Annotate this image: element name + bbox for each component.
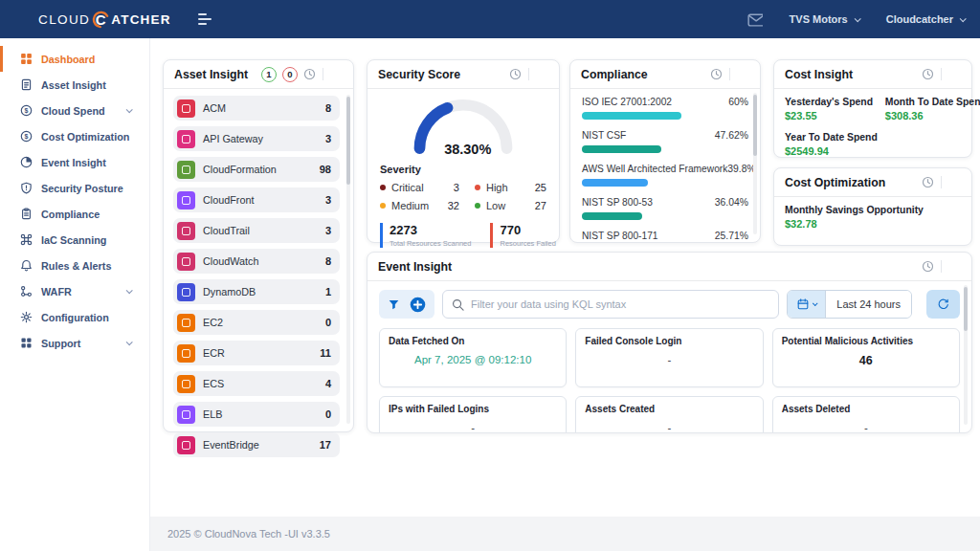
stat-box-ips-with-failed-logins: IPs with Failed Logins- <box>379 396 567 433</box>
drag-handle-icon[interactable] <box>948 260 961 273</box>
refresh-interval-icon[interactable] <box>303 68 316 80</box>
sidebar-item-rules-alerts[interactable]: Rules & Alerts <box>0 253 149 278</box>
severity-high: High25 <box>475 182 546 193</box>
asset-count: 1 <box>325 286 331 298</box>
cloudcatcher-logo[interactable]: CLOUD C ATCHER <box>38 10 171 30</box>
refresh-interval-icon[interactable] <box>710 68 723 80</box>
divider <box>323 68 323 80</box>
asset-fail-badge[interactable]: 0 <box>282 67 298 82</box>
sidebar-item-cloud-spend[interactable]: $Cloud Spend <box>0 98 149 123</box>
tenant-dropdown-label: TVS Motors <box>790 13 848 25</box>
menu-fold-icon[interactable] <box>194 10 215 29</box>
asset-row-ecs[interactable]: ECS4 <box>173 371 340 396</box>
refresh-interval-icon[interactable] <box>509 68 522 80</box>
stat-box-assets-deleted: Assets Deleted- <box>772 396 960 433</box>
service-icon <box>177 253 195 271</box>
sidebar-item-wafr[interactable]: WAFR <box>0 278 149 304</box>
stat-box-potential-malicious-activities: Potential Malicious Activities46 <box>772 328 960 387</box>
footer: 2025 © CloudNova Tech -UI v3.3.5 <box>150 517 980 551</box>
filter-button-group <box>379 290 434 319</box>
asset-row-eventbridge[interactable]: EventBridge17 <box>173 432 340 457</box>
filter-icon[interactable] <box>388 298 400 311</box>
service-icon <box>177 406 195 424</box>
refresh-icon <box>937 298 949 311</box>
framework-name: NIST CSF <box>582 130 626 141</box>
asset-row-acm[interactable]: ACM8 <box>173 96 340 121</box>
service-icon <box>177 222 195 240</box>
sidebar-item-label: WAFR <box>41 286 72 298</box>
gear-icon <box>19 311 33 323</box>
asset-row-cloudtrail[interactable]: CloudTrail3 <box>173 218 340 243</box>
drag-handle-icon[interactable] <box>737 68 749 80</box>
drag-handle-icon[interactable] <box>536 68 548 80</box>
scrollbar[interactable] <box>346 95 350 424</box>
divider <box>368 88 559 89</box>
service-icon <box>177 161 195 179</box>
metric-value: $23.55 <box>785 110 878 121</box>
calendar-dropdown-button[interactable] <box>788 291 826 318</box>
asset-name: API Gateway <box>203 133 263 144</box>
kql-search-input[interactable] <box>471 298 769 310</box>
asset-row-elb[interactable]: ELB0 <box>173 402 340 427</box>
asset-count: 98 <box>320 164 331 175</box>
metric-value: $308.36 <box>885 110 980 121</box>
sidebar-item-cost-optimization[interactable]: $Cost Optimization <box>0 123 149 149</box>
asset-row-api-gateway[interactable]: API Gateway3 <box>173 126 340 151</box>
sidebar-item-event-insight[interactable]: Event Insight <box>0 149 149 175</box>
severity-dot <box>380 185 386 190</box>
severity-dot <box>475 203 480 209</box>
sidebar-item-label: Support <box>41 338 80 349</box>
drag-handle-icon[interactable] <box>330 68 343 80</box>
add-filter-icon[interactable] <box>410 297 426 313</box>
sidebar-item-security-posture[interactable]: Security Posture <box>0 175 149 201</box>
sidebar-item-dashboard[interactable]: Dashboard <box>0 46 149 72</box>
security-score-gauge: 38.30% <box>407 96 520 155</box>
card-title: Event Insight <box>378 260 452 274</box>
tenant-dropdown[interactable]: TVS Motors <box>790 13 859 25</box>
mail-icon[interactable] <box>747 11 763 27</box>
sidebar-item-configuration[interactable]: Configuration <box>0 304 149 330</box>
stat-label: Failed Console Login <box>585 336 753 346</box>
asset-row-cloudwatch[interactable]: CloudWatch8 <box>173 249 340 274</box>
refresh-interval-icon[interactable] <box>922 68 934 80</box>
sidebar-item-support[interactable]: Support <box>0 330 149 356</box>
asset-success-badge[interactable]: 1 <box>261 67 277 82</box>
asset-name: ECR <box>203 347 225 359</box>
drag-handle-icon[interactable] <box>948 176 961 188</box>
asset-name: CloudFormation <box>203 164 277 175</box>
asset-row-ec2[interactable]: EC20 <box>173 310 340 335</box>
framework-name: NIST SP 800-53 <box>582 197 653 208</box>
scrollbar[interactable] <box>964 285 968 425</box>
asset-count: 0 <box>325 408 331 420</box>
metric-value: $2549.94 <box>785 145 878 157</box>
stat-value: 46 <box>773 354 959 367</box>
sidebar-item-label: Compliance <box>41 209 100 220</box>
compliance-row-nist-sp-800-171: NIST SP 800-17125.71% <box>582 231 748 243</box>
card-title: Cost Optimization <box>785 176 885 189</box>
refresh-interval-icon[interactable] <box>922 260 934 273</box>
drag-handle-icon[interactable] <box>948 68 961 80</box>
asset-row-cloudfront[interactable]: CloudFront3 <box>173 187 340 212</box>
scrollbar[interactable] <box>753 93 757 234</box>
asset-row-cloudformation[interactable]: CloudFormation98 <box>173 157 340 182</box>
card-title: Asset Insight <box>174 68 248 81</box>
asset-row-dynamodb[interactable]: DynamoDB1 <box>173 279 340 304</box>
stat-label: Assets Created <box>585 404 753 414</box>
footer-text: 2025 © CloudNova Tech -UI v3.3.5 <box>167 528 330 540</box>
clipboard-icon <box>19 208 33 220</box>
asset-name: ECS <box>203 378 224 389</box>
refresh-interval-icon[interactable] <box>922 176 934 188</box>
account-dropdown[interactable]: Cloudcatcher <box>886 13 965 25</box>
compliance-row-aws-well-architected-framework: AWS Well Architected Framework39.8% <box>582 164 748 187</box>
compliance-card: Compliance ISO IEC 27001:200260%NIST CSF… <box>569 59 761 243</box>
asset-row-ecr[interactable]: ECR11 <box>173 341 340 365</box>
asset-name: EventBridge <box>203 439 259 451</box>
time-range-label[interactable]: Last 24 hours <box>826 291 911 318</box>
compliance-row-nist-sp-800-53: NIST SP 800-5336.04% <box>582 197 748 220</box>
sidebar-item-label: Cloud Spend <box>41 105 105 117</box>
sidebar-item-compliance[interactable]: Compliance <box>0 201 149 227</box>
refresh-button[interactable] <box>926 290 960 319</box>
security-score-card: Security Score 38.30% Severity Critical3… <box>367 59 560 243</box>
sidebar-item-asset-insight[interactable]: Asset Insight <box>0 72 149 98</box>
sidebar-item-iac-scanning[interactable]: IaC Scanning <box>0 227 149 253</box>
